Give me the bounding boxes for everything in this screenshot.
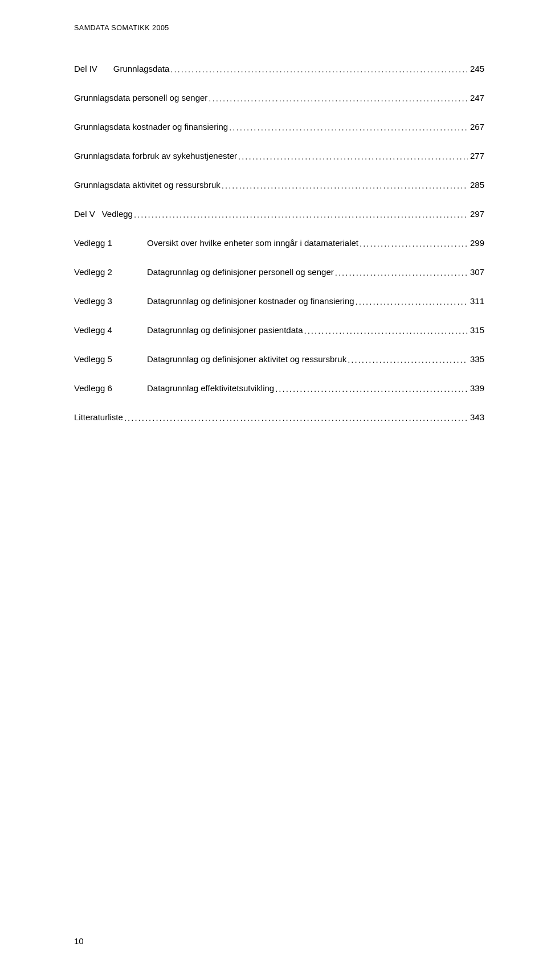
toc-entry: Grunnlagsdata forbruk av sykehustjeneste… [74,151,484,161]
leader-dots [274,384,468,393]
toc-appendix-label: Vedlegg 4 [74,325,147,335]
toc-page-number: 335 [468,354,484,364]
toc-page-number: 277 [468,151,484,161]
toc-appendix-entry: Vedlegg 1 Oversikt over hvilke enheter s… [74,238,484,248]
toc-page-number: 307 [468,267,484,277]
toc-appendix-entry: Vedlegg 6 Datagrunnlag effektivitetsutvi… [74,383,484,393]
leader-dots [221,181,468,190]
toc-appendix-text: Datagrunnlag og definisjoner personell o… [147,267,334,277]
leader-dots [228,122,468,132]
toc-appendix-entry: Vedlegg 5 Datagrunnlag og definisjoner a… [74,354,484,364]
toc-appendix-text: Datagrunnlag og definisjoner aktivitet o… [147,354,346,364]
toc-entry-text: Grunnlagsdata kostnader og finansiering [74,122,228,132]
leader-dots [303,326,468,335]
toc-part-iv: Del IV Grunnlagsdata 245 [74,64,484,73]
toc-appendix-text: Datagrunnlag og definisjoner kostnader o… [147,296,354,306]
page-content: SAMDATA SOMATIKK 2005 Del IV Grunnlagsda… [0,0,547,422]
toc-appendix-entry: Vedlegg 2 Datagrunnlag og definisjoner p… [74,267,484,277]
toc-entry-text: Grunnlagsdata forbruk av sykehustjeneste… [74,151,237,161]
toc-page-number: 267 [468,122,484,132]
toc-part-prefix: Del IV [74,64,97,73]
toc-entry-text: Grunnlagsdata personell og senger [74,93,207,102]
toc-appendix-text: Datagrunnlag og definisjoner pasientdata [147,325,303,335]
leader-dots [237,151,468,161]
toc-page-number: 297 [468,209,484,219]
toc-appendix-text: Datagrunnlag effektivitetsutvikling [147,383,274,393]
leader-dots [354,297,468,306]
leader-dots [123,413,468,423]
toc-page-number: 245 [468,64,484,73]
toc-page-number: 247 [468,93,484,102]
toc-entry-text: Grunnlagsdata aktivitet og ressursbruk [74,180,221,190]
toc-page-number: 299 [468,238,484,248]
leader-dots [207,93,468,103]
toc-appendix-label: Vedlegg 2 [74,267,147,277]
leader-dots [346,355,468,364]
toc-appendix-label: Vedlegg 1 [74,238,147,248]
toc-page-number: 285 [468,180,484,190]
toc-page-number: 343 [468,412,484,422]
toc-appendix-label: Vedlegg 3 [74,296,147,306]
toc-entry: Grunnlagsdata personell og senger 247 [74,93,484,102]
toc-litteraturliste: Litteraturliste 343 [74,412,484,422]
toc-part-prefix: Del V [74,209,95,219]
toc-appendix-text: Oversikt over hvilke enheter som inngår … [147,238,358,248]
toc-appendix-label: Vedlegg 6 [74,383,147,393]
toc-page-number: 315 [468,325,484,335]
toc-entry: Grunnlagsdata kostnader og finansiering … [74,122,484,132]
running-header: SAMDATA SOMATIKK 2005 [74,24,484,32]
toc-page-number: 311 [468,296,484,306]
leader-dots [358,239,468,248]
toc-appendix-label: Vedlegg 5 [74,354,147,364]
toc-appendix-entry: Vedlegg 4 Datagrunnlag og definisjoner p… [74,325,484,335]
toc-entry: Grunnlagsdata aktivitet og ressursbruk 2… [74,180,484,190]
leader-dots [334,268,468,277]
toc-page-number: 339 [468,383,484,393]
toc-appendix-entry: Vedlegg 3 Datagrunnlag og definisjoner k… [74,296,484,306]
toc-part-title: Vedlegg [102,209,133,219]
leader-dots [169,64,468,74]
toc-part-v: Del V Vedlegg 297 [74,209,484,219]
toc-entry-text: Litteraturliste [74,412,123,422]
toc-part-title: Grunnlagsdata [113,64,169,73]
footer-page-number: 10 [74,936,84,946]
leader-dots [133,210,468,219]
